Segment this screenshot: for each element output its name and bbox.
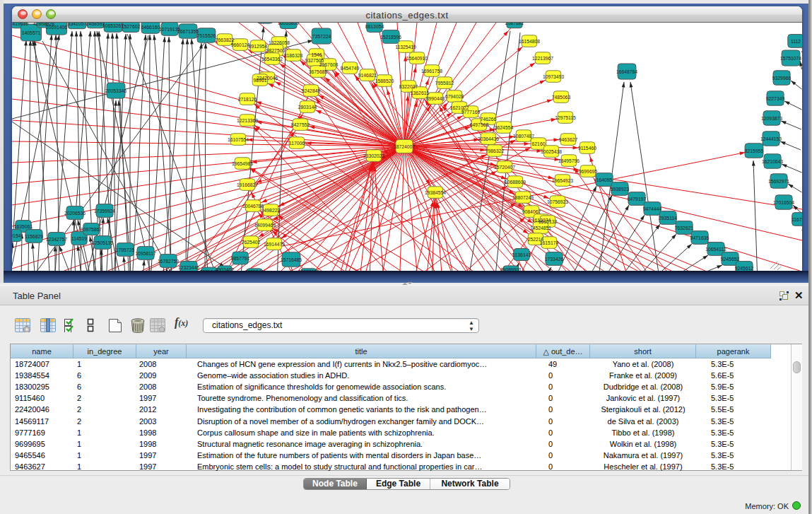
svg-text:15720407: 15720407 [494, 165, 515, 170]
svg-text:12093873: 12093873 [761, 116, 782, 121]
svg-text:12975115: 12975115 [555, 115, 576, 120]
svg-text:12323446: 12323446 [178, 265, 199, 270]
svg-text:1362615: 1362615 [411, 90, 430, 95]
svg-text:7663822: 7663822 [216, 37, 235, 42]
svg-text:15692971: 15692971 [768, 179, 789, 184]
svg-text:39587039: 39587039 [298, 269, 319, 271]
svg-text:2087682: 2087682 [505, 23, 524, 25]
svg-text:9329966: 9329966 [772, 76, 792, 81]
svg-text:12444153: 12444153 [760, 136, 782, 141]
svg-text:23302023: 23302023 [363, 153, 384, 158]
svg-text:1112: 1112 [791, 39, 801, 44]
svg-text:16671355: 16671355 [177, 29, 199, 34]
svg-text:8454749: 8454749 [341, 66, 360, 71]
svg-text:9699695: 9699695 [579, 169, 598, 174]
svg-text:16782759: 16782759 [158, 259, 179, 264]
svg-text:746266: 746266 [481, 117, 497, 122]
svg-text:9227349: 9227349 [766, 96, 785, 101]
svg-text:7515526: 7515526 [197, 33, 216, 38]
svg-text:9115460: 9115460 [578, 146, 596, 151]
svg-text:117006: 117006 [289, 141, 305, 146]
svg-text:2935114: 2935114 [659, 216, 677, 221]
svg-text:10973493: 10973493 [543, 74, 564, 79]
svg-text:7986322: 7986322 [486, 148, 505, 153]
svg-text:1615132: 1615132 [539, 219, 558, 224]
svg-text:164095: 164095 [596, 177, 613, 182]
svg-text:15751074: 15751074 [780, 56, 801, 61]
svg-text:17016504: 17016504 [773, 200, 794, 205]
svg-text:19384554: 19384554 [425, 190, 446, 195]
svg-text:16210643: 16210643 [762, 159, 783, 164]
svg-text:39154: 39154 [12, 233, 21, 238]
svg-text:6794028: 6794028 [445, 94, 464, 99]
svg-text:3675685: 3675685 [309, 69, 328, 74]
svg-text:13226058: 13226058 [269, 40, 290, 45]
svg-text:10046788: 10046788 [242, 204, 264, 209]
svg-text:10958117: 10958117 [135, 251, 156, 256]
svg-text:1588520: 1588520 [375, 78, 394, 83]
svg-text:8427552: 8427552 [291, 122, 310, 127]
svg-text:16107554: 16107554 [228, 137, 249, 142]
svg-text:8215955: 8215955 [745, 148, 764, 153]
svg-text:7485063: 7485063 [552, 95, 571, 100]
svg-text:9777169: 9777169 [461, 110, 481, 115]
svg-text:8813054: 8813054 [365, 24, 384, 29]
svg-text:8471636: 8471636 [690, 235, 710, 240]
svg-text:8912954: 8912954 [249, 44, 268, 49]
svg-text:116753: 116753 [792, 217, 802, 222]
svg-text:16648784: 16648784 [616, 69, 637, 74]
svg-text:1546: 1546 [311, 52, 322, 57]
svg-text:89089901: 89089901 [500, 267, 522, 271]
svg-text:2967608: 2967608 [319, 62, 339, 67]
svg-text:4335942: 4335942 [245, 269, 264, 271]
svg-text:16543362: 16543362 [261, 57, 283, 62]
svg-text:9474444: 9474444 [643, 206, 662, 211]
svg-text:7357224: 7357224 [312, 34, 331, 39]
svg-text:12213369: 12213369 [237, 118, 258, 123]
svg-text:4903402: 4903402 [216, 267, 235, 271]
svg-text:3341057: 3341057 [68, 23, 87, 26]
svg-text:6479197: 6479197 [628, 197, 647, 201]
svg-text:114519: 114519 [71, 236, 87, 241]
svg-text:7632621: 7632621 [675, 226, 694, 230]
svg-text:10975867: 10975867 [81, 227, 102, 232]
svg-text:19654985: 19654985 [232, 161, 253, 166]
svg-text:1405571: 1405571 [22, 30, 41, 35]
svg-text:15218596: 15218596 [380, 35, 401, 40]
svg-text:10654112: 10654112 [705, 247, 726, 252]
svg-text:3624554: 3624554 [495, 125, 514, 130]
svg-text:7625402: 7625402 [242, 240, 261, 245]
svg-text:16914479: 16914479 [264, 242, 285, 247]
svg-text:12342757: 12342757 [46, 237, 67, 242]
svg-text:11325419: 11325419 [395, 45, 416, 49]
svg-text:10688609: 10688609 [505, 180, 526, 185]
svg-text:8990448: 8990448 [426, 96, 445, 101]
svg-text:17359924: 17359924 [94, 209, 115, 214]
svg-text:18495796: 18495796 [558, 158, 579, 163]
svg-text:9084067: 9084067 [522, 209, 541, 214]
svg-text:20691406: 20691406 [46, 25, 67, 30]
svg-text:20206536: 20206536 [64, 211, 86, 216]
svg-text:12213967: 12213967 [532, 56, 553, 61]
svg-text:9857791: 9857791 [231, 256, 250, 261]
svg-text:16961758: 16961758 [421, 69, 442, 74]
svg-text:1733426: 1733426 [545, 257, 564, 262]
svg-text:15716485: 15716485 [281, 257, 302, 262]
svg-text:14524851: 14524851 [530, 226, 551, 230]
svg-text:5136141: 5136141 [512, 252, 531, 257]
svg-text:8186328: 8186328 [284, 53, 303, 58]
svg-text:1795725: 1795725 [116, 247, 135, 252]
svg-text:9498222: 9498222 [261, 208, 281, 213]
svg-text:9242848: 9242848 [302, 88, 321, 93]
svg-text:98961: 98961 [254, 78, 267, 83]
svg-text:2803144: 2803144 [298, 105, 317, 110]
svg-text:6497568: 6497568 [470, 122, 489, 127]
svg-text:10025438: 10025438 [541, 149, 562, 154]
svg-text:19654923: 19654923 [552, 178, 573, 183]
svg-text:10807487: 10807487 [513, 134, 534, 139]
svg-text:18807249: 18807249 [512, 195, 534, 200]
svg-text:9827500: 9827500 [266, 48, 286, 53]
svg-text:1156829: 1156829 [25, 234, 43, 239]
svg-text:9245612: 9245612 [735, 266, 754, 271]
svg-text:12505135: 12505135 [92, 240, 113, 245]
